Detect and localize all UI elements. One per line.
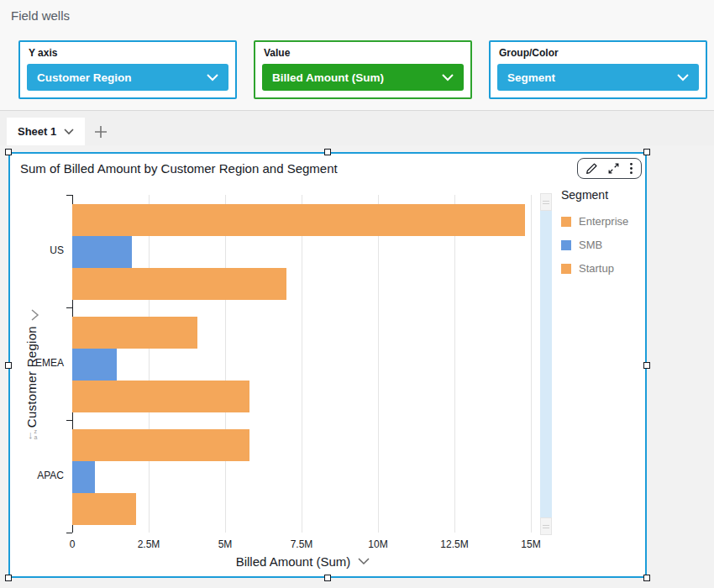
field-well-label: Value xyxy=(264,47,464,59)
sheet-canvas: Sum of Billed Amount by Customer Region … xyxy=(0,145,714,588)
chevron-down-icon xyxy=(358,558,370,565)
x-tick-label: 2.5M xyxy=(138,538,160,550)
gridline xyxy=(149,195,150,533)
chevron-down-icon xyxy=(442,74,454,81)
bar-us-startup[interactable] xyxy=(72,268,286,300)
legend-label: SMB xyxy=(579,239,602,251)
y-category-label: US xyxy=(10,244,64,256)
field-wells-panel: Field wells Y axis Customer Region Value… xyxy=(0,0,714,111)
x-tick-label: 7.5M xyxy=(291,538,313,550)
resize-handle-top-right[interactable] xyxy=(643,149,650,155)
plot-area xyxy=(72,195,533,533)
chart-scrollbar xyxy=(540,193,552,535)
resize-handle-bottom-middle[interactable] xyxy=(324,575,331,581)
legend: Segment EnterpriseSMBStartup xyxy=(561,188,647,286)
field-pill-customer-region[interactable]: Customer Region xyxy=(27,64,228,91)
edit-pencil-icon[interactable] xyxy=(585,162,598,175)
y-category-label: APAC xyxy=(10,470,64,481)
legend-label: Enterprise xyxy=(579,215,628,228)
x-tick-label: 10M xyxy=(368,538,387,550)
resize-handle-left-middle[interactable] xyxy=(5,362,12,369)
bar-us-smb[interactable] xyxy=(72,236,132,268)
bar-apac-smb[interactable] xyxy=(72,461,95,493)
legend-label: Startup xyxy=(579,262,614,275)
gridline xyxy=(378,195,379,533)
gridline xyxy=(302,195,302,533)
legend-item-startup[interactable]: Startup xyxy=(561,262,647,275)
field-well-y-axis: Y axis Customer Region xyxy=(18,40,237,99)
y-axis-collapse-chevron-icon[interactable] xyxy=(30,308,39,322)
field-pill-label: Billed Amount (Sum) xyxy=(272,71,384,84)
add-sheet-button[interactable] xyxy=(85,118,117,145)
y-axis-tick xyxy=(66,420,72,421)
legend-title: Segment xyxy=(561,188,647,202)
maximize-icon[interactable] xyxy=(607,162,620,175)
field-well-label: Y axis xyxy=(29,47,228,59)
plus-icon xyxy=(94,125,108,139)
x-tick-label: 15M xyxy=(521,538,540,550)
gridline xyxy=(225,195,226,533)
bar-emea-smb[interactable] xyxy=(72,349,117,381)
field-pill-label: Segment xyxy=(507,71,555,84)
bar-apac-enterprise[interactable] xyxy=(72,429,249,461)
y-axis-tick xyxy=(66,307,72,308)
x-tick-label: 5M xyxy=(218,538,233,550)
x-axis-title: Billed Amount (Sum) xyxy=(236,554,351,569)
kebab-menu-icon[interactable] xyxy=(629,162,633,175)
field-pill-billed-amount[interactable]: Billed Amount (Sum) xyxy=(262,64,464,91)
legend-items: EnterpriseSMBStartup xyxy=(561,215,647,275)
chevron-down-icon xyxy=(64,129,74,135)
sort-az-icon[interactable]: ↓ za xyxy=(28,428,37,440)
field-well-label: Group/Color xyxy=(499,47,699,59)
x-tick-label: 12.5M xyxy=(440,538,468,550)
chevron-down-icon xyxy=(677,74,689,81)
field-pill-segment[interactable]: Segment xyxy=(497,64,699,91)
field-well-value: Value Billed Amount (Sum) xyxy=(254,40,472,99)
resize-handle-bottom-right[interactable] xyxy=(643,575,650,581)
resize-handle-top-middle[interactable] xyxy=(324,149,331,155)
sheet-tab-label: Sheet 1 xyxy=(18,125,56,138)
scrollbar-top-handle[interactable] xyxy=(540,193,552,211)
gridline xyxy=(531,195,532,533)
sheet-tab-bar: Sheet 1 xyxy=(0,111,714,145)
y-axis-tick xyxy=(66,195,72,196)
scrollbar-track[interactable] xyxy=(540,211,552,517)
bar-chart-visual[interactable]: Sum of Billed Amount by Customer Region … xyxy=(8,152,647,578)
legend-swatch xyxy=(561,264,571,274)
resize-handle-bottom-left[interactable] xyxy=(5,575,12,581)
tab-sheet-1[interactable]: Sheet 1 xyxy=(7,118,85,145)
field-wells-row: Y axis Customer Region Value Billed Amou… xyxy=(18,40,707,99)
gridline xyxy=(454,195,455,533)
y-axis-tick xyxy=(66,533,72,533)
bar-apac-startup[interactable] xyxy=(72,493,136,525)
field-pill-label: Customer Region xyxy=(37,71,132,84)
resize-handle-right-middle[interactable] xyxy=(643,362,650,369)
x-tick-label: 0 xyxy=(70,538,76,550)
field-well-group-color: Group/Color Segment xyxy=(489,40,707,99)
legend-swatch xyxy=(561,217,571,227)
bar-emea-enterprise[interactable] xyxy=(72,317,197,349)
x-axis-title-row[interactable]: Billed Amount (Sum) xyxy=(72,554,533,569)
y-category-label: EMEA xyxy=(10,357,64,369)
scrollbar-bottom-handle[interactable] xyxy=(540,517,552,535)
resize-handle-top-left[interactable] xyxy=(5,149,12,155)
legend-swatch xyxy=(561,240,571,250)
chevron-down-icon xyxy=(207,74,218,81)
legend-item-smb[interactable]: SMB xyxy=(561,239,647,251)
bar-emea-startup[interactable] xyxy=(72,381,249,412)
field-wells-title: Field wells xyxy=(11,8,70,23)
bar-us-enterprise[interactable] xyxy=(72,204,525,236)
visual-toolbar xyxy=(577,158,642,179)
y-axis-title[interactable]: Customer Region xyxy=(24,326,39,428)
visual-title: Sum of Billed Amount by Customer Region … xyxy=(20,161,338,176)
legend-item-enterprise[interactable]: Enterprise xyxy=(561,215,647,228)
